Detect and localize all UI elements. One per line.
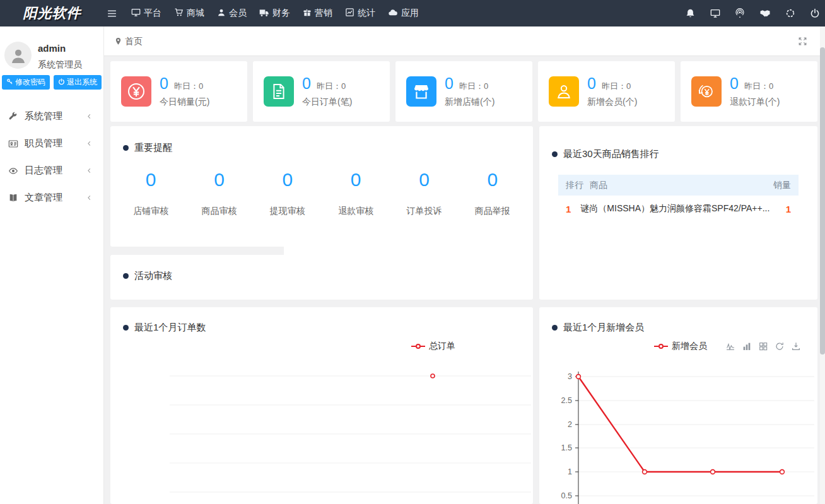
data-point-marker — [431, 374, 435, 378]
reminder-value: 0 — [270, 170, 305, 189]
breadcrumb-bar: 首页 — [104, 26, 825, 56]
nav-item-members[interactable]: 会员 — [211, 0, 253, 26]
y-tick-label: 1.5 — [561, 443, 572, 452]
nav-label: 应用 — [401, 8, 419, 19]
stat-card-orders: 0 昨日：0 今日订单(笔) — [253, 61, 390, 122]
eye-icon — [8, 166, 18, 176]
toolbox-bar-chart-icon[interactable] — [742, 341, 752, 351]
sidebar-item-articles[interactable]: 文章管理 — [0, 184, 103, 211]
scrollbar-thumb[interactable] — [820, 47, 825, 355]
reminder-order-complaint[interactable]: 0 订单投诉 — [406, 170, 442, 217]
chevron-left-icon — [86, 140, 93, 147]
stat-label: 今日销量(元) — [160, 97, 209, 108]
reminder-label: 提现审核 — [270, 206, 305, 217]
yen-circle-icon — [121, 76, 151, 107]
stat-value: 0 — [587, 76, 596, 91]
main-nav: 平台 商城 会员 财务 营销 统计 应用 — [125, 0, 425, 26]
toolbox-tiled-icon[interactable] — [758, 341, 768, 351]
stat-value: 0 — [730, 76, 739, 91]
fullscreen-icon[interactable] — [798, 37, 807, 46]
nav-item-mall[interactable]: 商城 — [168, 0, 211, 26]
data-point-marker — [576, 375, 581, 379]
file-text-icon — [264, 76, 294, 107]
bell-icon[interactable] — [685, 8, 696, 19]
toolbox-line-chart-icon[interactable] — [725, 341, 735, 351]
stat-label: 今日订单(笔) — [302, 97, 352, 108]
stat-yesterday: 昨日：0 — [174, 81, 203, 92]
activity-audit-panel — [110, 255, 533, 300]
button-label: 修改密码 — [15, 77, 45, 88]
power-icon — [58, 78, 65, 87]
reminder-shop-audit[interactable]: 0 店铺审核 — [133, 170, 168, 217]
nav-label: 统计 — [358, 8, 375, 19]
sidebar-item-staff[interactable]: 职员管理 — [0, 130, 103, 157]
nav-item-apps[interactable]: 应用 — [382, 0, 425, 26]
bullet-icon — [552, 151, 558, 157]
stat-card-shops: 0 昨日：0 新增店铺(个) — [395, 61, 532, 122]
reminder-value: 0 — [201, 170, 237, 189]
sidebar-item-logs[interactable]: 日志管理 — [0, 157, 103, 184]
bullet-icon — [123, 273, 129, 279]
handshake-icon[interactable] — [759, 8, 771, 19]
nav-item-statistics[interactable]: 统计 — [339, 0, 382, 26]
chart-toolbox — [725, 341, 801, 351]
nav-label: 会员 — [229, 8, 247, 19]
product-name: 谜尚（MISSHA）魅力润颜修容霜SPF42/PA++... — [580, 203, 780, 214]
toolbox-restore-icon[interactable] — [775, 341, 785, 351]
panel-title-label: 最近1个月订单数 — [134, 322, 206, 334]
nav-item-platform[interactable]: 平台 — [125, 0, 168, 26]
stat-value: 0 — [302, 76, 311, 91]
reminder-label: 店铺审核 — [133, 206, 168, 217]
stat-card-refunds: 0 昨日：0 退款订单(个) — [681, 61, 817, 122]
reminder-value: 0 — [406, 170, 442, 189]
bullet-icon — [123, 325, 129, 331]
truck-icon — [259, 8, 269, 20]
nav-label: 财务 — [272, 8, 290, 19]
power-icon[interactable] — [810, 8, 820, 18]
monitor-icon[interactable] — [710, 8, 720, 18]
nav-item-finance[interactable]: 财务 — [253, 0, 296, 26]
logout-button[interactable]: 退出系统 — [54, 75, 102, 90]
change-password-button[interactable]: 修改密码 — [2, 75, 50, 90]
cloud-icon — [388, 8, 398, 20]
breadcrumb-label: 首页 — [125, 36, 143, 47]
stat-value: 0 — [160, 76, 168, 91]
sidebar-item-system[interactable]: 系统管理 — [0, 103, 103, 130]
legend-new-members[interactable]: 新增会员 — [654, 341, 707, 352]
ranking-table-row[interactable]: 1 谜尚（MISSHA）魅力润颜修容霜SPF42/PA++... 1 — [558, 196, 799, 222]
y-tick-label: 2.5 — [561, 396, 572, 405]
store-icon — [406, 76, 436, 107]
reminder-refund-audit[interactable]: 0 退款审核 — [338, 170, 373, 217]
reminder-label: 订单投诉 — [406, 206, 442, 217]
sidebar-item-label: 日志管理 — [25, 165, 62, 177]
column-header-rank: 排行 — [566, 180, 583, 191]
stat-card-members: 0 昨日：0 新增会员(个) — [538, 61, 675, 122]
sidebar-item-label: 职员管理 — [25, 138, 62, 149]
panel-title-label: 最近30天商品销售排行 — [563, 148, 659, 160]
hamburger-menu-icon[interactable] — [107, 8, 117, 19]
legend-marker-icon — [654, 344, 668, 349]
breadcrumb-home[interactable]: 首页 — [114, 26, 143, 56]
stat-label: 新增会员(个) — [587, 97, 637, 108]
ranking-table-header: 排行 商品 销量 — [558, 175, 799, 196]
reminder-withdraw-audit[interactable]: 0 提现审核 — [270, 170, 305, 217]
bullet-icon — [552, 325, 558, 331]
gift-icon — [303, 8, 312, 19]
legend-total-orders[interactable]: 总订单 — [411, 341, 455, 352]
ranking-title: 最近30天商品销售排行 — [552, 148, 659, 160]
spinner-icon[interactable] — [785, 8, 795, 18]
stat-yesterday: 昨日：0 — [459, 81, 488, 92]
podcast-icon[interactable] — [735, 8, 745, 18]
stat-yesterday: 昨日：0 — [744, 81, 773, 92]
reminder-product-report[interactable]: 0 商品举报 — [475, 170, 510, 217]
avatar[interactable] — [4, 42, 32, 69]
toolbox-download-icon[interactable] — [791, 341, 801, 351]
nav-item-marketing[interactable]: 营销 — [296, 0, 339, 26]
y-tick-label: 0.5 — [561, 491, 572, 500]
id-card-icon — [8, 139, 18, 149]
member-icon — [549, 76, 579, 107]
column-header-sales: 销量 — [773, 180, 791, 191]
stat-label: 新增店铺(个) — [445, 97, 494, 108]
reminder-product-audit[interactable]: 0 商品审核 — [201, 170, 237, 217]
username: admin — [38, 43, 66, 54]
